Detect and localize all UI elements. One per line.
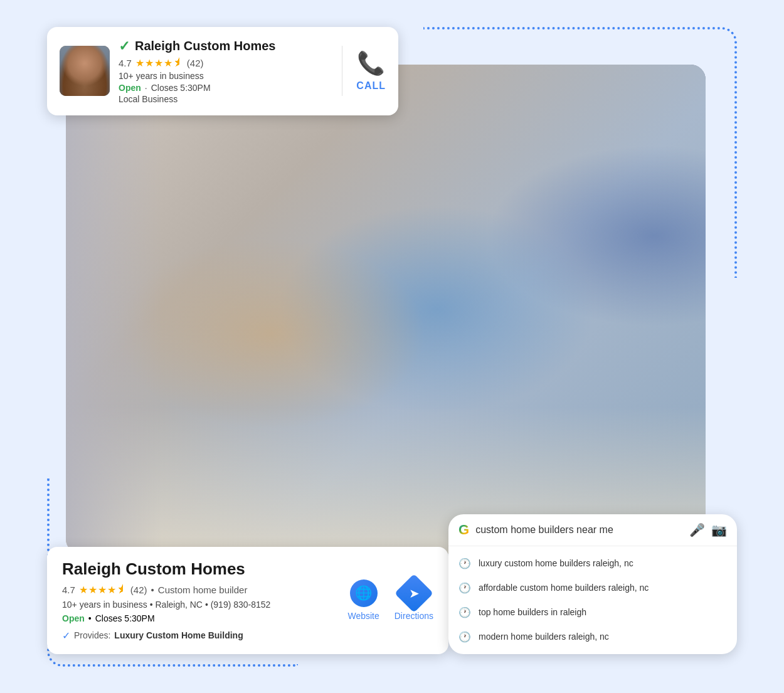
rating-row: 4.7 ★ ★ ★ ★ ⯨ (42) xyxy=(119,57,328,69)
suggestion-item-4[interactable]: 🕐 modern home builders raleigh, nc xyxy=(448,625,737,649)
biz-rating-number: 4.7 xyxy=(62,585,75,595)
open-status: Open xyxy=(119,83,141,93)
star-2: ★ xyxy=(145,57,154,69)
star-3: ★ xyxy=(154,57,163,69)
mic-icon[interactable]: 🎤 xyxy=(689,522,705,537)
biz-star-4: ★ xyxy=(107,584,116,596)
biz-review-count: (42) xyxy=(130,585,147,595)
search-suggestions: 🕐 luxury custom home builders raleigh, n… xyxy=(448,546,737,654)
suggestion-text-1: luxury custom home builders raleigh, nc xyxy=(479,558,633,568)
biz-open-status: Open xyxy=(62,613,85,623)
biz-stars: ★ ★ ★ ★ ⯨ xyxy=(79,584,127,596)
history-icon-1: 🕐 xyxy=(458,558,471,569)
google-logo: G xyxy=(458,522,469,538)
directions-label: Directions xyxy=(395,611,433,621)
status-row: Open · Closes 5:30PM xyxy=(119,83,328,93)
biz-star-3: ★ xyxy=(98,584,107,596)
business-type: Local Business xyxy=(119,94,328,104)
biz-star-5: ⯨ xyxy=(117,584,127,596)
history-icon-3: 🕐 xyxy=(458,606,471,618)
suggestion-item-3[interactable]: 🕐 top home builders in raleigh xyxy=(448,600,737,625)
years-in-business: 10+ years in business xyxy=(119,71,328,81)
separator: • xyxy=(151,585,154,595)
call-label: CALL xyxy=(356,80,386,92)
provides-check-icon: ✓ xyxy=(62,630,70,642)
biz-actions: 🌐 Website ➤ Directions xyxy=(347,579,433,621)
star-4: ★ xyxy=(164,57,172,69)
rating-number: 4.7 xyxy=(119,58,132,68)
biz-closing-time: Closes 5:30PM xyxy=(95,613,155,623)
avatar xyxy=(60,46,110,96)
biz-location: Raleigh, NC xyxy=(156,600,203,610)
vertical-divider xyxy=(342,46,342,96)
suggestion-text-2: affordable custom home builders raleigh,… xyxy=(479,583,649,593)
search-input[interactable] xyxy=(475,524,683,536)
status-separator: · xyxy=(145,83,147,93)
history-icon-2: 🕐 xyxy=(458,582,471,594)
star-1: ★ xyxy=(135,57,144,69)
provides-value: Luxury Custom Home Building xyxy=(114,630,243,640)
star-rating: ★ ★ ★ ★ ⯨ xyxy=(135,57,183,69)
directions-icon: ➤ xyxy=(395,574,433,613)
biz-years: 10+ years in business xyxy=(62,600,147,610)
website-label: Website xyxy=(347,611,379,621)
verified-check-icon: ✓ xyxy=(119,38,130,55)
search-input-row: G 🎤 📷 xyxy=(448,514,737,546)
camera-icon[interactable]: 📷 xyxy=(711,522,727,537)
business-name: Raleigh Custom Homes xyxy=(135,39,275,53)
directions-button[interactable]: ➤ Directions xyxy=(395,579,433,621)
biz-star-2: ★ xyxy=(88,584,97,596)
business-card-bottom: Raleigh Custom Homes 4.7 ★ ★ ★ ★ ⯨ (42) … xyxy=(47,547,448,654)
business-info: ✓ Raleigh Custom Homes 4.7 ★ ★ ★ ★ ⯨ (42… xyxy=(119,38,328,104)
closing-time: Closes 5:30PM xyxy=(151,83,211,93)
star-5: ⯨ xyxy=(173,57,183,69)
review-count: (42) xyxy=(187,58,204,68)
biz-star-1: ★ xyxy=(79,584,88,596)
biz-phone: (919) 830-8152 xyxy=(211,600,271,610)
provides-label: Provides: xyxy=(74,630,110,640)
suggestion-item-2[interactable]: 🕐 affordable custom home builders raleig… xyxy=(448,576,737,600)
business-name-row: ✓ Raleigh Custom Homes xyxy=(119,38,328,55)
biz-category: Custom home builder xyxy=(158,585,248,595)
google-search-box: G 🎤 📷 🕐 luxury custom home builders rale… xyxy=(448,514,737,654)
biz-provides-row: ✓ Provides: Luxury Custom Home Building xyxy=(62,630,433,642)
website-button[interactable]: 🌐 Website xyxy=(347,579,379,621)
call-button[interactable]: 📞 CALL xyxy=(356,50,386,92)
globe-icon: 🌐 xyxy=(350,579,378,607)
history-icon-4: 🕐 xyxy=(458,631,471,643)
biz-name-large: Raleigh Custom Homes xyxy=(62,559,433,579)
main-background-image xyxy=(66,65,706,554)
suggestion-item-1[interactable]: 🕐 luxury custom home builders raleigh, n… xyxy=(448,551,737,576)
phone-icon: 📞 xyxy=(357,50,385,77)
business-card-top: ✓ Raleigh Custom Homes 4.7 ★ ★ ★ ★ ⯨ (42… xyxy=(47,27,398,115)
suggestion-text-3: top home builders in raleigh xyxy=(479,607,586,617)
scene: ✓ Raleigh Custom Homes 4.7 ★ ★ ★ ★ ⯨ (42… xyxy=(47,27,737,667)
suggestion-text-4: modern home builders raleigh, nc xyxy=(479,632,609,642)
